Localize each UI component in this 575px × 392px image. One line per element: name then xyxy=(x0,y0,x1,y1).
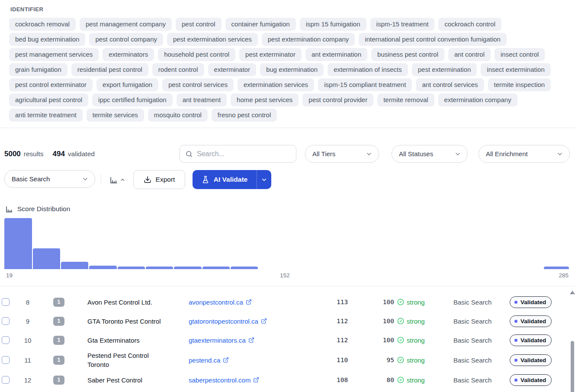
keyword-tag[interactable]: bed bug extermination xyxy=(9,33,85,46)
keyword-tag[interactable]: ant treatment xyxy=(177,93,227,106)
keyword-tag[interactable]: pest extermination company xyxy=(262,33,355,46)
keyword-tag[interactable]: termite removal xyxy=(377,93,434,106)
domain-link[interactable]: avonpestcontrol.ca xyxy=(189,299,252,306)
status-label: Validated xyxy=(520,318,546,325)
keyword-tag[interactable]: pest extermination xyxy=(412,63,477,76)
keyword-tag[interactable]: insect control xyxy=(495,48,545,61)
search-input[interactable] xyxy=(197,150,291,158)
validated-badge[interactable]: Validated xyxy=(510,354,552,366)
scrollbar-thumb[interactable] xyxy=(571,341,574,392)
keyword-tag[interactable]: mosquito control xyxy=(148,109,208,122)
keyword-tag[interactable]: pest exterminator xyxy=(239,48,302,61)
keyword-tag[interactable]: cockroach control xyxy=(438,18,501,31)
keyword-tag[interactable]: extermination of insects xyxy=(328,63,408,76)
keyword-tag[interactable]: pest control services xyxy=(162,78,234,91)
keyword-tag[interactable]: extermination company xyxy=(438,93,517,106)
keyword-tag[interactable]: exterminators xyxy=(103,48,154,61)
keyword-tag[interactable]: ippc certified fumigation xyxy=(92,93,173,106)
row-checkbox[interactable] xyxy=(2,336,10,344)
table-row: 8 1 Avon Pest Control Ltd. avonpestcontr… xyxy=(0,292,575,312)
keyword-tag[interactable]: termite services xyxy=(87,109,144,122)
status-label: Validated xyxy=(520,377,546,383)
keyword-tag[interactable]: anti termite treatment xyxy=(9,109,83,122)
keyword-tag[interactable]: exterminator xyxy=(208,63,256,76)
keyword-tag[interactable]: fresno pest control xyxy=(212,109,277,122)
validated-badge[interactable]: Validated xyxy=(510,296,552,308)
row-checkbox[interactable] xyxy=(2,356,10,364)
row-checkbox[interactable] xyxy=(2,317,10,325)
search-mode-select[interactable]: Basic Search xyxy=(4,170,95,188)
score-value: 108 xyxy=(337,376,354,383)
keyword-tag[interactable]: rodent control xyxy=(152,63,204,76)
keyword-tag[interactable]: ispm 15 fumigation xyxy=(300,18,366,31)
keyword-tag[interactable]: container fumigation xyxy=(225,18,296,31)
chevron-down-icon xyxy=(82,176,89,183)
status-filter-value: All Statuses xyxy=(399,150,433,157)
scrollbar-up-arrow[interactable] xyxy=(570,291,575,294)
keyword-tag[interactable]: bug extermination xyxy=(260,63,324,76)
ai-validate-dropdown-button[interactable] xyxy=(257,170,271,189)
domain-link[interactable]: pestend.ca xyxy=(189,357,229,364)
validation-score: 100 xyxy=(378,337,394,344)
keyword-tag[interactable]: cockroach removal xyxy=(9,18,76,31)
external-link-icon xyxy=(223,357,229,363)
keyword-tag[interactable]: pest control xyxy=(176,18,222,31)
chevron-down-icon xyxy=(556,151,563,157)
tier-filter-select[interactable]: All Tiers xyxy=(305,145,379,163)
histogram-bar xyxy=(231,267,258,269)
enrichment-filter-select[interactable]: All Enrichment xyxy=(479,145,570,163)
keyword-tag[interactable]: international pest control convention fu… xyxy=(359,33,507,46)
validation-score: 95 xyxy=(378,357,394,363)
flask-icon xyxy=(202,176,209,183)
keyword-tag[interactable]: grain fumigation xyxy=(9,63,67,76)
status-filter-select[interactable]: All Statuses xyxy=(392,145,468,163)
results-table: 8 1 Avon Pest Control Ltd. avonpestcontr… xyxy=(0,286,575,389)
keyword-tag[interactable]: pest extermination services xyxy=(167,33,258,46)
validated-badge[interactable]: Validated xyxy=(510,315,552,327)
keyword-tag[interactable]: export fumigation xyxy=(96,78,158,91)
tier-badge: 1 xyxy=(53,376,64,385)
ai-validate-button[interactable]: AI Validate xyxy=(193,170,257,189)
keyword-tag[interactable]: residential pest control xyxy=(71,63,148,76)
keyword-tag[interactable]: extermination services xyxy=(238,78,314,91)
keyword-tag[interactable]: pest management services xyxy=(9,48,99,61)
validation-strength: strong xyxy=(407,376,425,384)
histogram-bar xyxy=(202,267,230,269)
keyword-tag[interactable]: ant extermination xyxy=(305,48,367,61)
keyword-tag[interactable]: pest control provider xyxy=(302,93,373,106)
search-box[interactable] xyxy=(180,145,296,163)
domain-link[interactable]: gtaexterminators.ca xyxy=(189,337,254,344)
keyword-tag[interactable]: insect extermination xyxy=(481,63,550,76)
score-value: 113 xyxy=(337,299,354,305)
keyword-tag[interactable]: ispm-15 compliant treatment xyxy=(318,78,412,91)
search-icon xyxy=(185,150,193,158)
axis-tick-min: 19 xyxy=(6,272,13,279)
keyword-tag[interactable]: ant control services xyxy=(416,78,484,91)
keyword-tag[interactable]: business pest control xyxy=(371,48,444,61)
validation-cell: 80 strong xyxy=(378,376,434,384)
domain-link[interactable]: gtatorontopestcontrol.ca xyxy=(189,318,267,325)
keyword-tag[interactable]: pest management company xyxy=(80,18,172,31)
validated-badge[interactable]: Validated xyxy=(510,334,552,346)
enrichment-filter-value: All Enrichment xyxy=(486,150,528,157)
score-distribution-chart xyxy=(0,217,575,269)
keyword-tag[interactable]: ant control xyxy=(448,48,491,61)
keyword-tag[interactable]: agricultural pest control xyxy=(9,93,88,106)
validated-badge[interactable]: Validated xyxy=(510,374,552,386)
row-checkbox[interactable] xyxy=(2,376,10,384)
keyword-tag[interactable]: pest control company xyxy=(89,33,163,46)
row-number: 12 xyxy=(22,376,34,384)
keyword-tag[interactable]: ispm-15 treatment xyxy=(370,18,435,31)
status-label: Validated xyxy=(520,337,546,344)
keyword-tag[interactable]: pest control exterminator xyxy=(9,78,93,91)
keyword-tag[interactable]: home pest services xyxy=(231,93,299,106)
search-method: Basic Search xyxy=(453,299,497,306)
row-checkbox[interactable] xyxy=(2,298,10,306)
keyword-tag[interactable]: termite inspection xyxy=(488,78,551,91)
keyword-tag[interactable]: household pest control xyxy=(158,48,235,61)
score-chart-toggle-button[interactable] xyxy=(106,172,128,187)
export-button[interactable]: Export xyxy=(133,170,185,189)
check-circle-icon xyxy=(397,376,404,383)
domain-link[interactable]: saberpestcontrol.com xyxy=(189,376,259,384)
validated-count-label: validated xyxy=(68,150,95,158)
